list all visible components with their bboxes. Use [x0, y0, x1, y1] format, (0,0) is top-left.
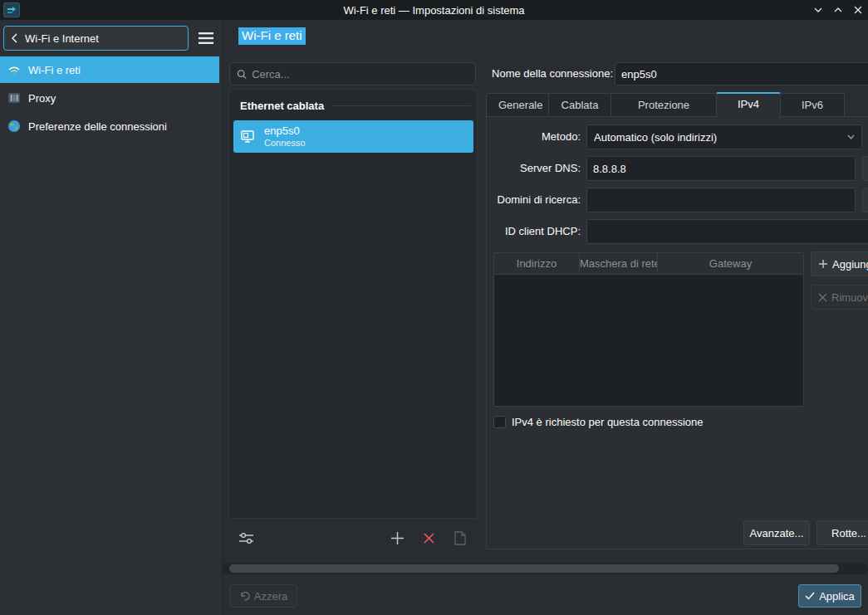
section-header-rule [332, 105, 471, 106]
ipv4-tab-panel: Metodo: Automatico (solo indirizzi) Serv… [486, 116, 868, 549]
footer-bar: Azzera Applica [223, 577, 868, 615]
routes-button[interactable]: Rotte... [817, 520, 868, 545]
remove-connection-button[interactable] [418, 527, 439, 549]
add-address-label: Aggiungi [832, 258, 868, 271]
ipv4-required-label: IPv4 è richiesto per questa connessione [512, 416, 704, 428]
connection-section-header: Ethernet cablata [240, 100, 471, 112]
connection-status: Connesso [264, 138, 306, 149]
close-button[interactable] [848, 0, 868, 20]
reset-button[interactable]: Azzera [229, 584, 297, 608]
close-icon [854, 6, 862, 14]
window-controls [808, 0, 868, 20]
window-title: Wi-Fi e reti — Impostazioni di sistema [0, 4, 868, 17]
search-field [229, 62, 476, 85]
horizontal-scrollbar[interactable] [223, 563, 868, 574]
plus-icon [390, 531, 405, 545]
sidebar-header: Wi-Fi e Internet [0, 20, 223, 56]
add-address-button[interactable]: Aggiungi [811, 251, 868, 276]
close-icon [818, 293, 827, 302]
search-icon [237, 69, 247, 80]
connection-name-input[interactable] [615, 62, 868, 85]
chevron-left-icon [11, 33, 18, 43]
chevron-up-icon [834, 6, 842, 14]
dhcp-client-id-label: ID client DHCP: [487, 219, 581, 244]
back-button-label: Wi-Fi e Internet [25, 32, 99, 45]
remove-address-label: Rimuovi [831, 291, 868, 304]
addresses-table[interactable]: Indirizzo Maschera di rete Gateway [493, 252, 804, 407]
connection-list: Ethernet cablata enp5s0 Connesso [228, 89, 478, 519]
tab-protezione-8021x[interactable]: Protezione 802.1x [611, 93, 717, 117]
apply-button[interactable]: Applica [798, 584, 861, 608]
column-header-indirizzo[interactable]: Indirizzo [494, 253, 580, 275]
search-domains-label: Domini di ricerca: [487, 188, 581, 212]
apply-button-label: Applica [819, 590, 855, 603]
titlebar: Wi-Fi e reti — Impostazioni di sistema [0, 0, 868, 20]
ipv4-required-row: IPv4 è richiesto per questa connessione [493, 416, 704, 428]
globe-icon [7, 120, 21, 133]
undo-icon [239, 591, 250, 601]
sidebar-item-label: Wi-Fi e reti [28, 64, 81, 76]
tab-ipv6[interactable]: IPv6 [780, 93, 845, 117]
sliders-icon [239, 532, 253, 544]
reset-button-label: Azzera [254, 590, 287, 603]
wifi-networks-icon [7, 63, 21, 76]
column-header-gateway[interactable]: Gateway [658, 253, 803, 275]
delete-icon [423, 532, 435, 544]
connection-list-toolbar [228, 525, 478, 550]
sidebar-item-preferenze-connessioni[interactable]: Preferenze delle connessioni [0, 113, 219, 139]
maximize-button[interactable] [828, 0, 848, 20]
sidebar-item-label: Proxy [28, 92, 56, 105]
app-icon-glyph [7, 5, 17, 15]
ethernet-icon [238, 127, 258, 147]
add-connection-button[interactable] [386, 527, 408, 549]
proxy-icon [7, 91, 21, 105]
export-connection-button[interactable] [449, 527, 471, 549]
dns-label: Server DNS: [487, 156, 581, 181]
back-button[interactable]: Wi-Fi e Internet [3, 26, 189, 51]
ipv4-required-checkbox[interactable] [493, 416, 506, 428]
editor-tabbar: Generale Cablata Protezione 802.1x IPv4 … [486, 92, 844, 117]
method-select[interactable]: Automatico (solo indirizzi) [586, 124, 862, 149]
hamburger-icon [199, 32, 213, 44]
check-icon [805, 592, 815, 600]
search-domains-input[interactable] [586, 188, 856, 212]
sidebar-item-label: Preferenze delle connessioni [28, 120, 167, 133]
column-header-maschera[interactable]: Maschera di rete [580, 253, 658, 275]
plus-icon [818, 259, 828, 269]
chevron-down-icon [814, 6, 822, 14]
app-icon[interactable] [3, 2, 20, 17]
main-area: Wi-Fi e reti Ethernet cablata enp5s0 Con… [223, 20, 868, 615]
document-export-icon [454, 531, 466, 545]
page-title: Wi-Fi e reti [238, 27, 306, 45]
sidebar: Wi-Fi e Internet Wi-Fi e reti [0, 20, 223, 615]
search-input[interactable] [252, 68, 468, 81]
dhcp-client-id-input[interactable] [586, 219, 868, 244]
tab-cablata[interactable]: Cablata [548, 93, 611, 117]
sidebar-list: Wi-Fi e reti Proxy Preferenze delle conn… [0, 56, 223, 141]
search-domains-edit-button[interactable] [862, 188, 868, 212]
advanced-button[interactable]: Avanzate... [743, 520, 810, 545]
menu-button[interactable] [196, 30, 216, 46]
chevron-down-icon [847, 134, 855, 139]
sidebar-item-wifi-e-reti[interactable]: Wi-Fi e reti [0, 56, 219, 83]
sidebar-item-proxy[interactable]: Proxy [0, 85, 219, 111]
connection-texts: enp5s0 Connesso [264, 125, 306, 149]
dns-input[interactable] [586, 156, 856, 181]
minimize-button[interactable] [808, 0, 828, 20]
method-label: Metodo: [487, 124, 581, 149]
connection-name-label: Nome della connessione: [455, 62, 613, 85]
tab-generale[interactable]: Generale [486, 93, 549, 117]
method-value: Automatico (solo indirizzi) [594, 131, 847, 144]
connection-name: enp5s0 [264, 125, 306, 138]
configure-connection-button[interactable] [235, 527, 257, 549]
section-header-label: Ethernet cablata [240, 100, 324, 112]
connection-item[interactable]: enp5s0 Connesso [233, 120, 473, 153]
tab-ipv4[interactable]: IPv4 [716, 92, 781, 118]
dns-edit-button[interactable] [862, 156, 868, 181]
addresses-table-header: Indirizzo Maschera di rete Gateway [494, 253, 803, 275]
scrollbar-thumb[interactable] [229, 564, 839, 573]
remove-address-button[interactable]: Rimuovi [811, 285, 868, 310]
